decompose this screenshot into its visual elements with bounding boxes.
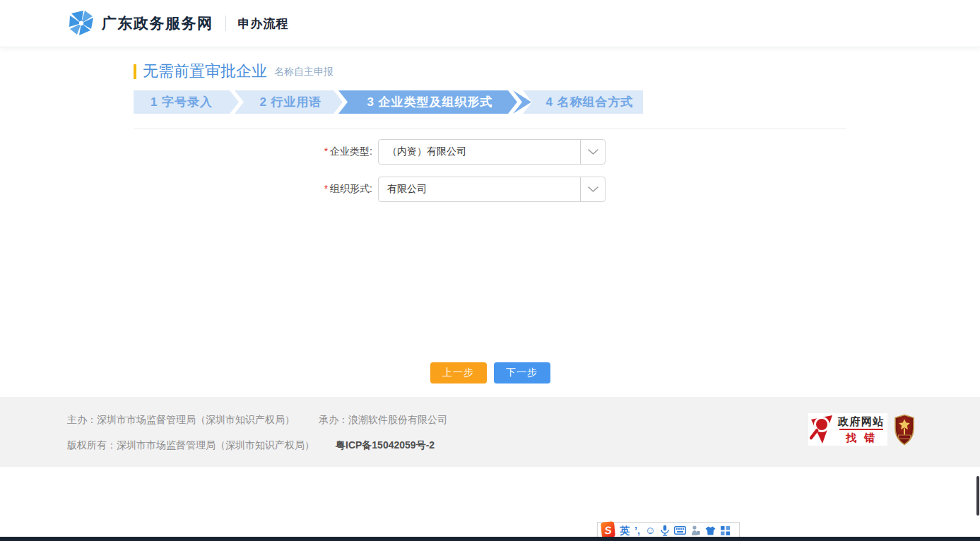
gov-shield-badge-icon[interactable] (894, 414, 915, 446)
chevron-down-icon[interactable] (580, 177, 605, 201)
step-indicator: 1 字号录入 2 行业用语 3 企业类型及组织形式 4 名称组合方式 (134, 90, 643, 114)
form-actions: 上一步 下一步 (0, 362, 980, 384)
footer-host: 主办：深圳市市场监督管理局（深圳市知识产权局） (67, 414, 295, 425)
page-subtitle: 名称自主申报 (274, 66, 333, 81)
toolbox-grid-icon[interactable] (721, 526, 730, 535)
organization-form-value: 有限公司 (379, 177, 580, 201)
handwriting-person-icon[interactable] (691, 525, 700, 536)
brand-divider (225, 16, 226, 31)
step-1-zihao[interactable]: 1 字号录入 (134, 90, 239, 114)
badge-separator (839, 429, 883, 430)
content-divider (134, 129, 846, 129)
badge-text-top: 政府网站 (838, 415, 885, 427)
badge-text: 政府网站 找错 (838, 415, 885, 444)
footer-undertake: 承办：浪潮软件股份有限公司 (319, 414, 447, 425)
enterprise-type-select[interactable]: （内资）有限公司 (378, 139, 606, 165)
step-label: 1 字号录入 (150, 94, 213, 110)
required-asterisk: * (324, 183, 328, 194)
enterprise-type-row: *企业类型: （内资）有限公司 (313, 139, 606, 165)
page: 广东政务服务网 申办流程 无需前置审批企业 名称自主申报 1 字号录入 2 行业… (0, 0, 980, 541)
organization-form-label: *组织形式: (313, 183, 372, 196)
step-label: 4 名称组合方式 (545, 94, 633, 110)
page-title-row: 无需前置审批企业 名称自主申报 (134, 62, 333, 81)
footer-line-copyright: 版权所有：深圳市市场监督管理局（深圳市知识产权局）粤ICP备15042059号-… (67, 439, 435, 452)
punctuation-mode-icon[interactable]: ’, (634, 523, 640, 538)
chevron-down-icon[interactable] (580, 140, 605, 164)
enterprise-type-label: *企业类型: (313, 145, 372, 158)
top-header: 广东政务服务网 申办流程 (0, 0, 980, 47)
badge-text-bottom: 找错 (840, 432, 882, 444)
enterprise-type-value: （内资）有限公司 (379, 140, 580, 164)
brand-area: 广东政务服务网 申办流程 (0, 0, 980, 47)
site-name: 广东政务服务网 (102, 13, 213, 33)
sogou-logo-icon[interactable]: S (601, 521, 615, 538)
taskbar-edge (0, 537, 980, 541)
organization-form-row: *组织形式: 有限公司 (313, 177, 606, 202)
step-label: 3 企业类型及组织形式 (367, 94, 492, 110)
step-2-hangye[interactable]: 2 行业用语 (235, 90, 343, 114)
page-footer: 主办：深圳市市场监督管理局（深圳市知识产权局）承办：浪潮软件股份有限公司 版权所… (0, 397, 980, 467)
step-label: 2 行业用语 (259, 94, 321, 110)
microphone-icon[interactable] (661, 525, 669, 536)
next-step-button[interactable]: 下一步 (494, 362, 550, 384)
ime-language-mode[interactable]: 英 (620, 523, 630, 538)
skin-shirt-icon[interactable] (705, 526, 716, 535)
prev-step-button[interactable]: 上一步 (430, 362, 487, 384)
step-4-mingcheng[interactable]: 4 名称组合方式 (523, 90, 643, 114)
organization-form-select[interactable]: 有限公司 (378, 177, 606, 202)
footer-icp-number: 粤ICP备15042059号-2 (336, 439, 435, 451)
footer-line-host: 主办：深圳市市场监督管理局（深圳市知识产权局）承办：浪潮软件股份有限公司 (67, 414, 447, 427)
magnifier-flag-icon (810, 414, 838, 445)
footer-badges: 政府网站 找错 (808, 413, 915, 446)
footer-copyright: 版权所有：深圳市市场监督管理局（深圳市知识产权局） (67, 439, 314, 451)
scrollbar-thumb[interactable] (976, 476, 979, 516)
keyboard-icon[interactable] (674, 526, 686, 535)
gov-site-error-report-badge[interactable]: 政府网站 找错 (808, 413, 887, 446)
section-title: 申办流程 (238, 16, 289, 32)
site-logo-icon (67, 9, 95, 37)
required-asterisk: * (324, 145, 328, 157)
title-accent-bar (134, 64, 136, 79)
page-title: 无需前置审批企业 (143, 62, 267, 81)
emoji-icon[interactable]: ☺ (645, 523, 656, 538)
step-3-qiyeleixing[interactable]: 3 企业类型及组织形式 (338, 90, 517, 114)
